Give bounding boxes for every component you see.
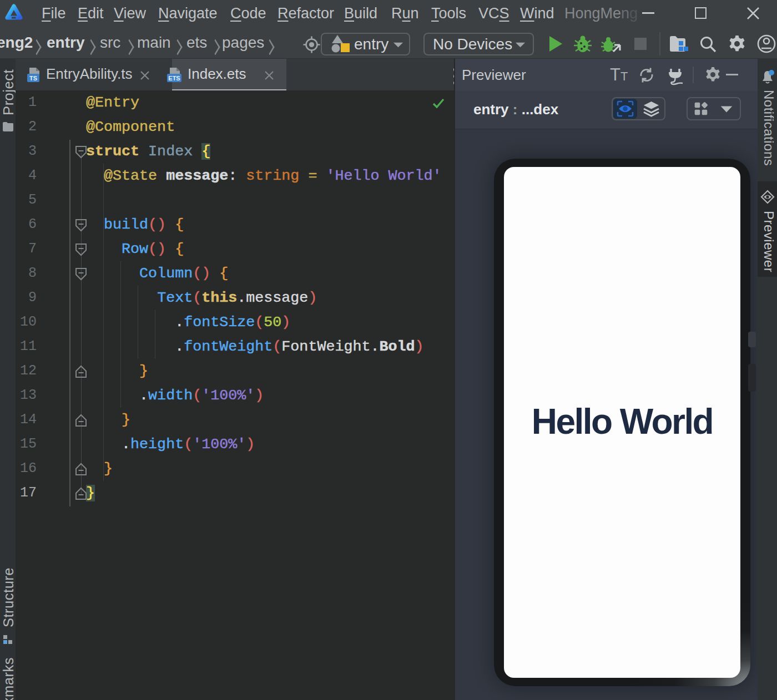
svg-text:ETS: ETS <box>168 75 180 82</box>
svg-text:TS: TS <box>29 75 37 82</box>
